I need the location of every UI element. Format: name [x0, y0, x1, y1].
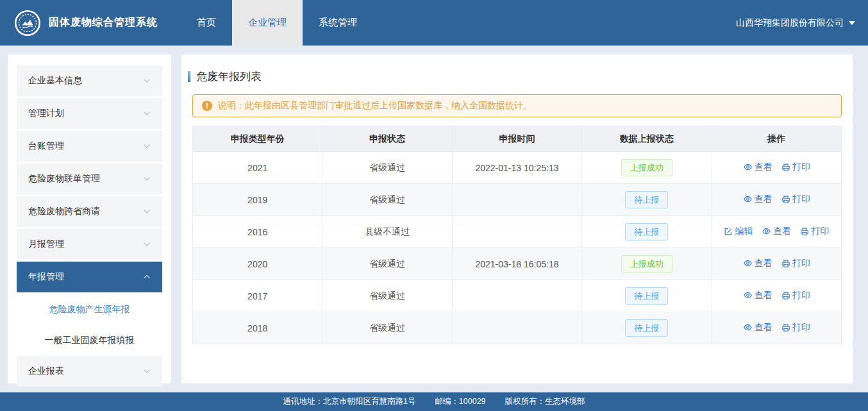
view-button[interactable]: 查看	[743, 194, 772, 205]
chevron-down-icon	[143, 369, 151, 374]
print-button[interactable]: 打印	[781, 258, 810, 269]
print-button[interactable]: 打印	[781, 322, 810, 333]
footer-postcode: 邮编：100029	[435, 396, 485, 407]
sidebar-item-ledger[interactable]: 台账管理	[17, 131, 162, 162]
edit-button[interactable]: 编辑	[724, 226, 753, 237]
view-button[interactable]: 查看	[743, 322, 772, 333]
eye-icon	[743, 323, 753, 332]
app-title: 固体废物综合管理系统	[49, 16, 158, 29]
cell-declare-status: 省级通过	[322, 152, 452, 184]
table-row: 2016 县级不通过 待上报 编辑 查看 打印	[193, 216, 842, 248]
cell-declare-time: 2022-01-13 10:25:13	[452, 152, 581, 184]
cell-declare-status: 省级通过	[322, 248, 452, 280]
col-header-actions: 操作	[712, 126, 841, 152]
table-row: 2018 省级通过 待上报 查看 打印	[193, 312, 842, 344]
footer-address: 通讯地址：北京市朝阳区育慧南路1号	[283, 396, 415, 407]
report-status-badge[interactable]: 待上报	[625, 223, 668, 240]
main-nav: 首页 企业管理 系统管理	[181, 0, 373, 46]
chevron-down-icon	[143, 242, 151, 247]
cell-declare-status: 县级不通过	[322, 216, 452, 248]
printer-icon	[800, 227, 809, 236]
mee-logo-icon	[14, 10, 41, 37]
print-button[interactable]: 打印	[781, 194, 810, 205]
notice-banner: ! 说明：此年报由区县管理部门审批通过后上传国家数据库，纳入全国数据统计。	[192, 94, 842, 117]
chevron-down-icon	[143, 209, 151, 214]
table-row: 2017 省级通过 待上报 查看 打印	[193, 280, 842, 312]
page-title: 危废年报列表	[188, 69, 842, 84]
view-button[interactable]: 查看	[743, 290, 772, 301]
cell-declare-time	[452, 280, 581, 312]
sidebar-item-cross-province[interactable]: 危险废物跨省商请	[17, 196, 162, 227]
eye-icon	[743, 194, 753, 204]
edit-icon	[724, 227, 733, 236]
col-header-year: 申报类型年份	[193, 126, 322, 152]
nav-item-home[interactable]: 首页	[181, 0, 232, 46]
cell-declare-time	[452, 184, 581, 216]
printer-icon	[781, 259, 790, 268]
chevron-down-icon	[143, 176, 151, 181]
caret-down-icon	[849, 21, 855, 25]
nav-item-enterprise[interactable]: 企业管理	[232, 0, 303, 46]
sidebar-item-management-plan[interactable]: 管理计划	[17, 98, 162, 129]
brand: 固体废物综合管理系统	[0, 0, 172, 46]
user-company-dropdown[interactable]: 山西华翔集团股份有限公司	[736, 0, 868, 46]
chevron-up-icon	[143, 274, 151, 280]
cell-declare-status: 省级通过	[322, 280, 452, 312]
print-button[interactable]: 打印	[781, 162, 810, 173]
eye-icon	[743, 258, 753, 268]
eye-icon	[762, 226, 771, 236]
sidebar-subitem-hazardous-annual-report[interactable]: 危险废物产生源年报	[17, 294, 162, 325]
user-company-name: 山西华翔集团股份有限公司	[736, 17, 844, 29]
report-status-badge[interactable]: 待上报	[625, 319, 668, 337]
view-button[interactable]: 查看	[762, 226, 791, 237]
cell-year: 2017	[193, 280, 322, 312]
footer-copyright: 版权所有：生态环境部	[505, 396, 585, 407]
sidebar-item-basic-info[interactable]: 企业基本信息	[17, 65, 162, 96]
report-status-badge: 上报成功	[621, 255, 672, 273]
content-area: 企业基本信息 管理计划 台账管理 危险废物联单管理 危险废物跨省商请 月报管理 …	[0, 46, 868, 383]
col-header-declare-time: 申报时间	[452, 126, 581, 152]
sidebar-item-enterprise-reports[interactable]: 企业报表	[17, 356, 162, 387]
col-header-declare-status: 申报状态	[322, 126, 452, 152]
view-button[interactable]: 查看	[743, 258, 772, 269]
col-header-report-status: 数据上报状态	[582, 126, 712, 152]
view-button[interactable]: 查看	[743, 162, 772, 173]
cell-declare-time: 2021-03-18 16:05:18	[452, 248, 581, 280]
top-navbar: 固体废物综合管理系统 首页 企业管理 系统管理 山西华翔集团股份有限公司	[0, 0, 868, 46]
notice-text: 说明：此年报由区县管理部门审批通过后上传国家数据库，纳入全国数据统计。	[218, 100, 532, 112]
table-row: 2019 省级通过 待上报 查看 打印	[193, 184, 842, 216]
cell-declare-status: 省级通过	[322, 184, 452, 216]
cell-year: 2019	[193, 184, 322, 216]
chevron-down-icon	[143, 144, 151, 149]
table-header-row: 申报类型年份 申报状态 申报时间 数据上报状态 操作	[193, 126, 842, 152]
report-status-badge[interactable]: 待上报	[625, 287, 668, 305]
table-row: 2021 省级通过 2022-01-13 10:25:13 上报成功 查看 打印	[193, 152, 842, 184]
cell-year: 2016	[193, 216, 322, 248]
report-status-badge: 上报成功	[621, 159, 672, 176]
print-button[interactable]: 打印	[781, 290, 810, 301]
cell-declare-status: 省级通过	[322, 312, 452, 344]
printer-icon	[781, 291, 790, 300]
sidebar-item-monthly-report[interactable]: 月报管理	[17, 229, 162, 260]
printer-icon	[781, 323, 790, 332]
printer-icon	[781, 163, 790, 172]
eye-icon	[743, 290, 753, 300]
report-status-badge[interactable]: 待上报	[625, 191, 668, 208]
printer-icon	[781, 195, 790, 204]
nav-item-system[interactable]: 系统管理	[303, 0, 373, 46]
sidebar-item-annual-report[interactable]: 年报管理	[17, 262, 162, 292]
chevron-down-icon	[143, 111, 151, 116]
footer: 通讯地址：北京市朝阳区育慧南路1号 邮编：100029 版权所有：生态环境部	[0, 392, 868, 411]
annual-report-table: 申报类型年份 申报状态 申报时间 数据上报状态 操作 2021 省级通过 202…	[192, 126, 842, 344]
print-button[interactable]: 打印	[800, 226, 829, 237]
cell-year: 2018	[193, 312, 322, 344]
cell-year: 2021	[193, 152, 322, 184]
cell-declare-time	[452, 312, 581, 344]
eye-icon	[743, 162, 753, 172]
table-row: 2020 省级通过 2021-03-18 16:05:18 上报成功 查看 打印	[193, 248, 842, 280]
sidebar: 企业基本信息 管理计划 台账管理 危险废物联单管理 危险废物跨省商请 月报管理 …	[8, 55, 171, 383]
cell-declare-time	[452, 216, 581, 248]
sidebar-subitem-general-solid-waste-report[interactable]: 一般工业固废年报填报	[17, 325, 162, 356]
main-panel: 危废年报列表 ! 说明：此年报由区县管理部门审批通过后上传国家数据库，纳入全国数…	[181, 55, 853, 383]
sidebar-item-manifest[interactable]: 危险废物联单管理	[17, 164, 162, 194]
